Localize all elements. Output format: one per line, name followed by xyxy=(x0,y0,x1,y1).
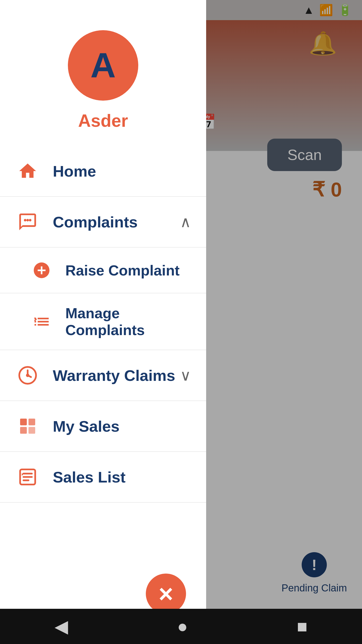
manage-complaints-label: Manage Complaints xyxy=(65,305,191,338)
home-label: Home xyxy=(53,162,191,180)
svg-point-2 xyxy=(29,219,31,221)
sidebar-item-raise-complaint[interactable]: Raise Complaint xyxy=(0,248,206,293)
sidebar-item-warranty-claims[interactable]: Warranty Claims ∨ xyxy=(0,350,206,401)
sales-list-icon xyxy=(15,464,40,490)
drawer-menu: Home Complaints ∧ xyxy=(0,146,206,644)
svg-point-1 xyxy=(26,219,29,221)
back-button[interactable]: ◀ xyxy=(55,616,68,637)
avatar: A xyxy=(68,30,138,101)
close-icon: × xyxy=(159,579,173,608)
svg-rect-9 xyxy=(28,427,35,434)
sidebar-item-home[interactable]: Home xyxy=(0,146,206,197)
warranty-label: Warranty Claims xyxy=(53,367,180,384)
close-drawer-button[interactable]: × xyxy=(146,574,186,614)
my-sales-icon xyxy=(15,414,40,439)
sidebar-item-sales-list[interactable]: Sales List xyxy=(0,452,206,503)
warranty-chevron-icon: ∨ xyxy=(180,367,191,384)
drawer-header: A Asder xyxy=(0,0,206,146)
sidebar-item-complaints[interactable]: Complaints ∧ xyxy=(0,197,206,248)
sales-list-label: Sales List xyxy=(53,468,191,486)
user-name: Asder xyxy=(78,111,128,131)
android-nav-bar: ◀ ● ■ xyxy=(0,609,362,644)
avatar-letter: A xyxy=(90,45,116,86)
svg-rect-8 xyxy=(20,427,27,434)
svg-rect-6 xyxy=(20,419,27,425)
svg-point-5 xyxy=(26,374,29,377)
my-sales-label: My Sales xyxy=(53,417,191,435)
home-icon xyxy=(15,158,40,184)
nav-drawer: A Asder Home xyxy=(0,0,206,644)
svg-point-0 xyxy=(24,219,26,221)
raise-complaint-icon xyxy=(30,259,53,281)
raise-complaint-label: Raise Complaint xyxy=(65,262,179,279)
complaints-icon xyxy=(15,209,40,234)
complaints-label: Complaints xyxy=(53,213,180,231)
manage-complaints-icon xyxy=(30,310,53,333)
complaints-chevron-icon: ∧ xyxy=(180,213,191,231)
complaints-section: Complaints ∧ Raise Complaint xyxy=(0,197,206,350)
sidebar-item-my-sales[interactable]: My Sales xyxy=(0,401,206,452)
svg-rect-7 xyxy=(28,419,35,425)
recent-button[interactable]: ■ xyxy=(297,616,307,636)
warranty-icon xyxy=(15,363,40,388)
home-button[interactable]: ● xyxy=(177,616,188,636)
sidebar-item-manage-complaints[interactable]: Manage Complaints xyxy=(0,293,206,350)
